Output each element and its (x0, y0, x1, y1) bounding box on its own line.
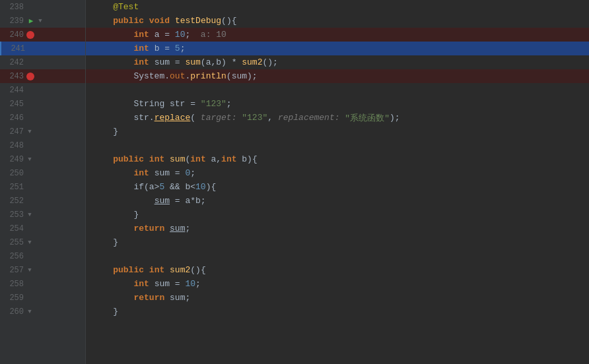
token: 5 (159, 182, 164, 192)
token: ; (185, 224, 190, 233)
code-line: } (86, 208, 589, 222)
code-line: return sum; (86, 222, 589, 235)
token: int (190, 154, 205, 164)
gutter-row: 245 (0, 97, 85, 111)
line-number: 248 (0, 141, 24, 150)
run-arrow-icon[interactable]: ▶ (26, 16, 36, 26)
gutter-row: 244 (0, 83, 85, 97)
line-number: 258 (0, 280, 24, 289)
gutter-icons: ▼ (26, 309, 33, 315)
fold-icon[interactable]: ▼ (26, 309, 33, 315)
token (170, 16, 175, 26)
line-number: 259 (0, 293, 24, 303)
gutter-row: 238 (0, 0, 85, 14)
line-number: 252 (0, 197, 24, 206)
code-line: public int sum(int a,int b){ (86, 152, 589, 166)
code-line: int a = 10; a: 10 (86, 28, 589, 42)
token: ( (185, 154, 190, 164)
line-number: 250 (0, 169, 24, 178)
token: out (170, 71, 185, 81)
token: "123" (201, 99, 226, 109)
token: sum = (149, 168, 186, 178)
gutter-row: 253▼ (0, 208, 85, 222)
token: } (92, 307, 118, 317)
breakpoint-icon[interactable] (26, 73, 34, 80)
token: b){ (237, 154, 258, 164)
token (92, 265, 113, 275)
code-line: str.replace( target: "123", replacement:… (86, 111, 589, 125)
token: str. (92, 113, 155, 123)
token: a: 10 (201, 30, 226, 40)
token: int (133, 279, 149, 289)
fold-icon[interactable]: ▼ (26, 156, 33, 163)
token: ){ (206, 182, 217, 192)
gutter-row: 259 (0, 291, 85, 305)
token: = a*b; (170, 196, 206, 206)
code-line (86, 83, 589, 97)
token (92, 154, 113, 164)
token: "123" (242, 113, 267, 123)
gutter-row: 240 (0, 28, 85, 42)
gutter-row: 251 (0, 180, 85, 194)
line-number: 257 (0, 266, 24, 275)
code-line: public void testDebug(){ (86, 14, 589, 28)
token (92, 224, 133, 233)
gutter-icons: ▼ (26, 212, 33, 218)
token: ; (190, 168, 195, 178)
token: println (190, 71, 226, 81)
token: ); (390, 113, 400, 123)
fold-icon[interactable]: ▼ (37, 18, 44, 24)
gutter-row: 255▼ (0, 235, 85, 249)
token: (a,b) * (201, 57, 242, 67)
gutter-row: 247▼ (0, 125, 85, 138)
token: ( (190, 113, 201, 123)
fold-icon[interactable]: ▼ (26, 212, 33, 218)
token: int (149, 154, 164, 164)
token: sum (170, 154, 185, 164)
code-line (86, 138, 589, 152)
code-editor: 238239▶▼240241242243244245246247▼248249▼… (0, 0, 589, 364)
fold-icon[interactable]: ▼ (26, 267, 33, 274)
code-line: } (86, 125, 589, 138)
token: a, (206, 154, 221, 164)
token: public (113, 16, 144, 26)
token: int (221, 154, 236, 164)
line-number: 260 (0, 307, 24, 317)
token: } (92, 210, 139, 220)
token: int (133, 30, 149, 40)
gutter-icons: ▼ (26, 156, 33, 163)
token (92, 168, 133, 178)
line-gutter: 238239▶▼240241242243244245246247▼248249▼… (0, 0, 86, 364)
gutter-row: 257▼ (0, 263, 85, 277)
token (92, 57, 133, 67)
gutter-row: 243 (0, 69, 85, 83)
line-number: 256 (0, 252, 24, 261)
token: (sum); (226, 71, 258, 81)
token: (); (262, 57, 277, 67)
token (236, 113, 242, 123)
code-line (86, 249, 589, 263)
token: int (133, 44, 149, 53)
gutter-icons: ▶▼ (26, 16, 44, 26)
token: "系统函数" (345, 112, 390, 124)
token (92, 16, 113, 26)
code-line: sum = a*b; (86, 194, 589, 208)
line-number: 251 (0, 183, 24, 192)
line-number: 254 (0, 224, 24, 233)
gutter-row: 242 (0, 55, 85, 69)
line-number: 239 (0, 16, 24, 26)
token: ; (195, 279, 201, 289)
gutter-icons (26, 31, 34, 39)
fold-icon[interactable]: ▼ (26, 129, 33, 135)
fold-icon[interactable]: ▼ (26, 239, 33, 246)
line-number: 255 (0, 238, 24, 247)
token: 10 (185, 279, 195, 289)
line-number: 242 (0, 58, 24, 67)
token: public (113, 265, 144, 275)
code-line: if(a>5 && b<10){ (86, 180, 589, 194)
token: (){ (221, 16, 236, 26)
breakpoint-icon[interactable] (26, 31, 34, 39)
line-number: 244 (0, 86, 24, 95)
token: @Test (92, 2, 139, 12)
token: && b< (164, 182, 195, 192)
